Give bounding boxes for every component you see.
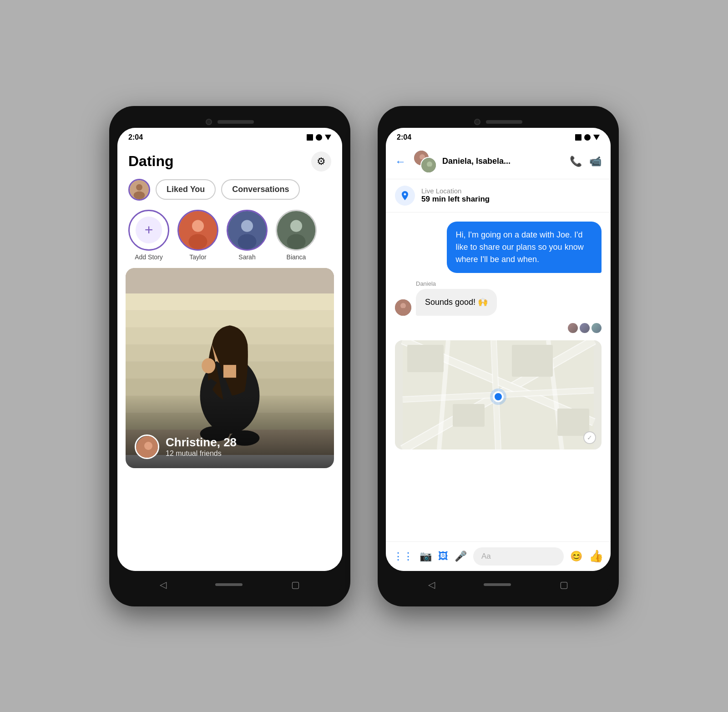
location-dot	[493, 391, 504, 402]
back-nav-button-2[interactable]: ◁	[428, 579, 435, 590]
location-text: Live Location 59 min left sharing	[421, 187, 490, 204]
svg-point-2	[134, 191, 145, 199]
dating-header: Dating ⚙	[117, 144, 342, 175]
add-story-circle[interactable]: +	[128, 210, 169, 251]
back-nav-button[interactable]: ◁	[160, 579, 167, 590]
voice-call-button[interactable]: 📞	[570, 156, 582, 167]
svg-point-39	[400, 303, 406, 308]
map-checkmark-icon: ✓	[583, 431, 596, 444]
svg-point-10	[290, 220, 302, 232]
svg-point-1	[136, 184, 142, 190]
recent-nav-button-2[interactable]: ▢	[560, 579, 568, 590]
svg-rect-44	[512, 345, 553, 377]
emoji-icon[interactable]: 😊	[570, 550, 582, 562]
svg-rect-22	[126, 293, 334, 310]
dating-app-screen: Dating ⚙ Liked You Conve	[117, 144, 342, 571]
message-incoming-1: Sounds good! 🙌	[395, 289, 602, 316]
card-profile-info: Christine, 28 12 mutual friends	[135, 434, 237, 459]
add-story-plus: +	[136, 217, 162, 243]
card-person-sub: 12 mutual friends	[166, 449, 237, 458]
android-nav-bar-messenger: ◁ ▢	[386, 571, 611, 598]
card-person-name: Christine, 28	[166, 435, 237, 449]
dating-tabs-row: Liked You Conversations	[117, 175, 342, 206]
camera-icon[interactable]: 📷	[420, 550, 432, 562]
message-outgoing-1: Hi, I'm going on a date with Joe. I'd li…	[447, 222, 602, 273]
live-location-title: Live Location	[421, 187, 490, 195]
story-item-taylor[interactable]: Taylor	[177, 210, 218, 261]
seen-by-row	[395, 323, 602, 333]
message-bubble-incoming-1: Sounds good! 🙌	[416, 289, 497, 316]
status-time-dating: 2:04	[128, 133, 143, 141]
speaker-grille-2	[486, 120, 522, 124]
svg-rect-42	[407, 345, 444, 372]
story-circle-bianca[interactable]	[276, 210, 317, 251]
message-incoming-wrapper: Daniela Sounds good! 🙌	[395, 280, 602, 316]
signal-icon	[316, 134, 322, 141]
svg-point-28	[202, 358, 215, 374]
liked-you-tab[interactable]: Liked You	[156, 179, 216, 200]
svg-point-11	[287, 234, 305, 249]
chat-input-bar[interactable]: ⋮⋮ 📷 🖼 🎤 Aa 😊 👍	[386, 541, 611, 571]
recent-nav-button[interactable]: ▢	[291, 579, 300, 590]
live-location-subtitle: 59 min left sharing	[421, 195, 490, 204]
sender-label: Daniela	[395, 280, 602, 287]
dating-title: Dating	[128, 153, 174, 170]
svg-point-5	[188, 234, 207, 249]
svg-point-4	[192, 220, 204, 232]
story-label-sarah: Sarah	[238, 253, 255, 261]
status-time-messenger: 2:04	[397, 133, 411, 141]
seen-avatar-3	[592, 323, 602, 333]
seen-avatar-2	[580, 323, 590, 333]
card-text-block: Christine, 28 12 mutual friends	[166, 435, 237, 458]
back-arrow-button[interactable]: ←	[395, 155, 406, 168]
live-location-map-card[interactable]: ✓	[395, 340, 602, 449]
mic-icon[interactable]: 🎤	[455, 550, 467, 562]
gallery-icon[interactable]: 🖼	[438, 550, 448, 562]
status-icons-dating	[307, 134, 331, 141]
avatar-isabela	[420, 157, 437, 173]
live-location-banner[interactable]: Live Location 59 min left sharing	[386, 179, 611, 212]
story-item-bianca[interactable]: Bianca	[276, 210, 317, 261]
video-call-button[interactable]: 📹	[589, 156, 602, 167]
story-circle-sarah[interactable]	[227, 210, 268, 251]
conversation-name: Daniela, Isabela...	[442, 157, 564, 166]
incoming-avatar	[395, 299, 411, 316]
status-bar-messenger: 2:04	[386, 128, 611, 144]
card-profile-avatar	[135, 434, 159, 459]
conversations-tab[interactable]: Conversations	[221, 179, 300, 200]
conversation-avatar-group	[413, 150, 437, 173]
svg-rect-45	[557, 409, 589, 436]
user-avatar-tab[interactable]	[128, 179, 150, 201]
speaker-grille	[217, 120, 254, 124]
svg-point-8	[238, 234, 256, 249]
svg-point-30	[144, 442, 152, 450]
settings-button[interactable]: ⚙	[311, 151, 331, 172]
story-circle-taylor[interactable]	[177, 210, 218, 251]
story-item-sarah[interactable]: Sarah	[227, 210, 268, 261]
message-text-input[interactable]: Aa	[473, 547, 564, 566]
front-camera-2	[474, 119, 480, 125]
location-icon	[395, 186, 415, 206]
battery-icon	[307, 134, 313, 141]
chat-message-area[interactable]: Hi, I'm going on a date with Joe. I'd li…	[386, 212, 611, 541]
wifi-icon	[325, 135, 331, 140]
dating-profile-card[interactable]: Christine, 28 12 mutual friends	[126, 268, 334, 468]
story-item-add[interactable]: + Add Story	[128, 210, 169, 261]
signal-icon-2	[584, 134, 591, 141]
home-nav-button-2[interactable]	[484, 583, 511, 586]
home-nav-button[interactable]	[215, 583, 243, 586]
conversation-name-block: Daniela, Isabela...	[442, 157, 564, 166]
svg-point-36	[427, 162, 432, 167]
story-label-taylor: Taylor	[189, 253, 206, 261]
svg-point-7	[241, 220, 253, 232]
stories-row: + Add Story Taylor	[117, 206, 342, 268]
status-icons-messenger	[575, 134, 600, 141]
apps-icon[interactable]: ⋮⋮	[393, 550, 413, 562]
svg-rect-21	[126, 310, 334, 327]
seen-avatar-1	[568, 323, 578, 333]
messenger-app-screen: ←	[386, 144, 611, 571]
messenger-header: ←	[386, 144, 611, 179]
phone-messenger: 2:04 ←	[378, 106, 619, 606]
like-send-button[interactable]: 👍	[589, 549, 603, 563]
messenger-action-icons: 📞 📹	[570, 156, 602, 167]
